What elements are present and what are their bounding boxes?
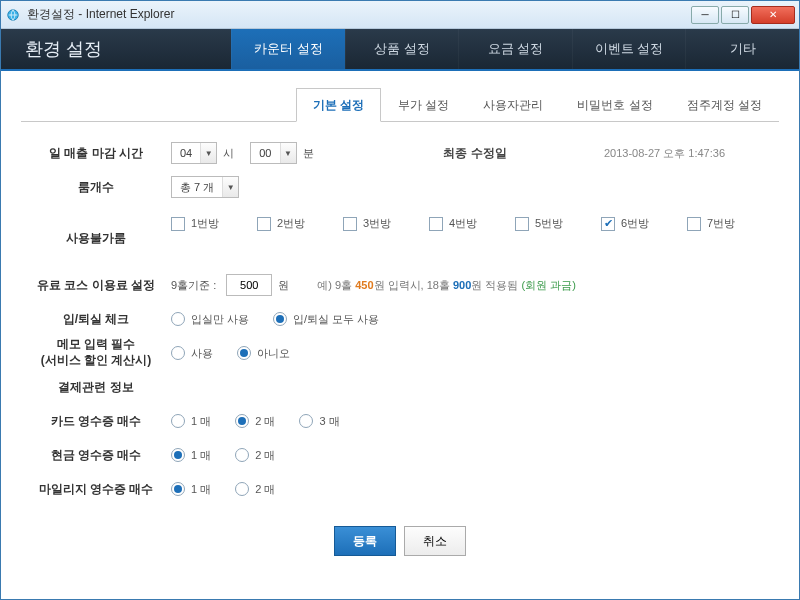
room-5-checkbox[interactable]: 5번방 bbox=[515, 216, 601, 231]
last-modified-label: 최종 수정일 bbox=[400, 145, 550, 162]
row-room-count: 룸개수 총 7 개 ▼ bbox=[21, 170, 779, 204]
room-count-label: 룸개수 bbox=[21, 179, 171, 196]
page-title: 환경 설정 bbox=[1, 29, 231, 69]
mileage-receipt-label: 마일리지 영수증 매수 bbox=[21, 481, 171, 498]
minimize-button[interactable]: ─ bbox=[691, 6, 719, 24]
close-time-label: 일 매출 마감 시간 bbox=[21, 145, 171, 162]
chevron-down-icon: ▼ bbox=[200, 143, 216, 163]
row-card-receipt: 카드 영수증 매수 1 매 2 매 3 매 bbox=[21, 404, 779, 438]
last-modified-value: 2013-08-27 오후 1:47:36 bbox=[550, 146, 779, 161]
payment-header: 결제관련 정보 bbox=[21, 379, 171, 396]
cancel-button[interactable]: 취소 bbox=[404, 526, 466, 556]
subtabs: 기본 설정 부가 설정 사용자관리 비밀번호 설정 점주계정 설정 bbox=[21, 87, 779, 122]
nav-product[interactable]: 상품 설정 bbox=[345, 29, 459, 69]
card-3[interactable]: 3 매 bbox=[299, 414, 339, 429]
card-1[interactable]: 1 매 bbox=[171, 414, 211, 429]
paid-hint: 예) 9홀 450원 입력시, 18홀 900원 적용됨 (회원 과금) bbox=[317, 278, 576, 293]
nav-fee[interactable]: 요금 설정 bbox=[458, 29, 572, 69]
tab-users[interactable]: 사용자관리 bbox=[466, 88, 560, 122]
tab-password[interactable]: 비밀번호 설정 bbox=[560, 88, 669, 122]
content: 기본 설정 부가 설정 사용자관리 비밀번호 설정 점주계정 설정 일 매출 마… bbox=[1, 71, 799, 576]
mileage-2[interactable]: 2 매 bbox=[235, 482, 275, 497]
ie-icon bbox=[5, 7, 21, 23]
memo-label: 메모 입력 필수 (서비스 할인 계산시) bbox=[21, 337, 171, 368]
main-nav: 카운터 설정 상품 설정 요금 설정 이벤트 설정 기타 bbox=[231, 29, 799, 69]
room-count-value: 총 7 개 bbox=[172, 180, 222, 195]
unavailable-label: 사용불가룸 bbox=[21, 212, 171, 247]
row-mileage-receipt: 마일리지 영수증 매수 1 매 2 매 bbox=[21, 472, 779, 506]
tab-addon[interactable]: 부가 설정 bbox=[381, 88, 466, 122]
row-inout: 입/퇴실 체크 입실만 사용 입/퇴실 모두 사용 bbox=[21, 302, 779, 336]
inout-entry-only[interactable]: 입실만 사용 bbox=[171, 312, 249, 327]
footer-buttons: 등록 취소 bbox=[21, 506, 779, 576]
window-title: 환경설정 - Internet Explorer bbox=[27, 6, 691, 23]
room-4-checkbox[interactable]: 4번방 bbox=[429, 216, 515, 231]
paid-unit: 원 bbox=[278, 278, 289, 293]
chevron-down-icon: ▼ bbox=[222, 177, 238, 197]
mileage-1[interactable]: 1 매 bbox=[171, 482, 211, 497]
row-paid-course: 유료 코스 이용료 설정 9홀기준 : 원 예) 9홀 450원 입력시, 18… bbox=[21, 268, 779, 302]
paid-course-label: 유료 코스 이용료 설정 bbox=[21, 277, 171, 294]
room-6-checkbox[interactable]: 6번방 bbox=[601, 216, 687, 231]
tab-owner[interactable]: 점주계정 설정 bbox=[670, 88, 779, 122]
memo-yes[interactable]: 사용 bbox=[171, 346, 213, 361]
cash-receipt-label: 현금 영수증 매수 bbox=[21, 447, 171, 464]
nav-etc[interactable]: 기타 bbox=[685, 29, 799, 69]
card-2[interactable]: 2 매 bbox=[235, 414, 275, 429]
room-3-checkbox[interactable]: 3번방 bbox=[343, 216, 429, 231]
titlebar: 환경설정 - Internet Explorer ─ ☐ ✕ bbox=[1, 1, 799, 29]
row-close-time: 일 매출 마감 시간 04 ▼ 시 00 ▼ 분 최종 수정일 2013-08- bbox=[21, 136, 779, 170]
window-buttons: ─ ☐ ✕ bbox=[691, 6, 795, 24]
maximize-button[interactable]: ☐ bbox=[721, 6, 749, 24]
tab-basic[interactable]: 기본 설정 bbox=[296, 88, 381, 122]
paid-prefix: 9홀기준 : bbox=[171, 278, 216, 293]
memo-no[interactable]: 아니오 bbox=[237, 346, 290, 361]
chevron-down-icon: ▼ bbox=[280, 143, 296, 163]
room-2-checkbox[interactable]: 2번방 bbox=[257, 216, 343, 231]
paid-course-input[interactable] bbox=[226, 274, 272, 296]
close-min-value: 00 bbox=[251, 147, 279, 159]
window: 환경설정 - Internet Explorer ─ ☐ ✕ 환경 설정 카운터… bbox=[0, 0, 800, 600]
submit-button[interactable]: 등록 bbox=[334, 526, 396, 556]
room-7-checkbox[interactable]: 7번방 bbox=[687, 216, 773, 231]
row-unavailable: 사용불가룸 1번방 2번방 3번방 4번방 5번방 6번방 7번방 bbox=[21, 204, 779, 268]
close-button[interactable]: ✕ bbox=[751, 6, 795, 24]
cash-1[interactable]: 1 매 bbox=[171, 448, 211, 463]
room-count-select[interactable]: 총 7 개 ▼ bbox=[171, 176, 239, 198]
inout-label: 입/퇴실 체크 bbox=[21, 311, 171, 328]
close-hour-select[interactable]: 04 ▼ bbox=[171, 142, 217, 164]
row-cash-receipt: 현금 영수증 매수 1 매 2 매 bbox=[21, 438, 779, 472]
row-memo: 메모 입력 필수 (서비스 할인 계산시) 사용 아니오 bbox=[21, 336, 779, 370]
card-receipt-label: 카드 영수증 매수 bbox=[21, 413, 171, 430]
header: 환경 설정 카운터 설정 상품 설정 요금 설정 이벤트 설정 기타 bbox=[1, 29, 799, 71]
close-min-select[interactable]: 00 ▼ bbox=[250, 142, 296, 164]
nav-counter[interactable]: 카운터 설정 bbox=[231, 29, 345, 69]
cash-2[interactable]: 2 매 bbox=[235, 448, 275, 463]
room-1-checkbox[interactable]: 1번방 bbox=[171, 216, 257, 231]
row-payment-header: 결제관련 정보 bbox=[21, 370, 779, 404]
nav-event[interactable]: 이벤트 설정 bbox=[572, 29, 686, 69]
close-hour-value: 04 bbox=[172, 147, 200, 159]
hour-unit: 시 bbox=[223, 146, 234, 161]
min-unit: 분 bbox=[303, 146, 314, 161]
inout-both[interactable]: 입/퇴실 모두 사용 bbox=[273, 312, 379, 327]
